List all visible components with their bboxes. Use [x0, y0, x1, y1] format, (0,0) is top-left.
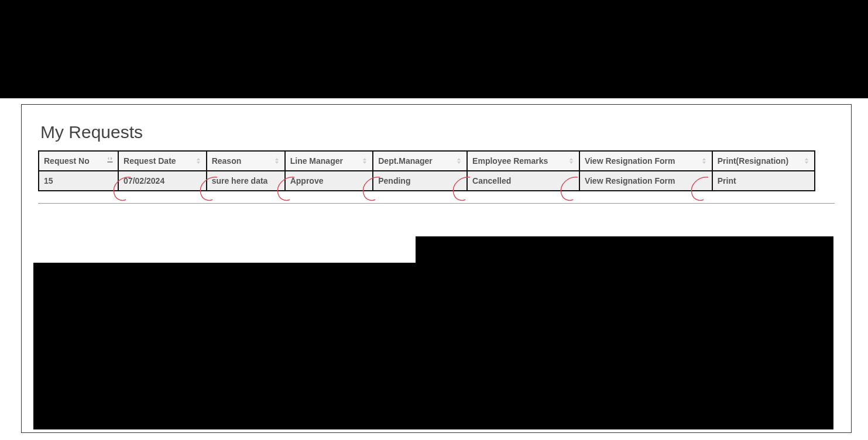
sort-icon[interactable]: [802, 157, 811, 165]
column-header-label: Line Manager: [290, 156, 343, 166]
content-panel: My Requests Request NoRequest DateReason…: [21, 104, 852, 433]
redaction-block-main: [33, 263, 833, 429]
divider: [38, 203, 835, 204]
column-header-line-manager[interactable]: Line Manager: [286, 152, 374, 171]
top-redaction-bar: [0, 0, 868, 98]
requests-table: Request NoRequest DateReasonLine Manager…: [38, 150, 815, 191]
redaction-block-right: [416, 236, 833, 263]
sort-icon[interactable]: [361, 157, 369, 165]
sort-icon[interactable]: [106, 157, 114, 165]
cell-reason: sure here data: [207, 171, 286, 190]
column-header-print-resignation[interactable]: Print(Resignation): [713, 152, 814, 171]
column-header-label: Print(Resignation): [718, 156, 788, 166]
column-header-label: View Resignation Form: [585, 156, 675, 166]
sort-icon[interactable]: [273, 157, 281, 165]
sort-icon[interactable]: [700, 157, 708, 165]
page-title: My Requests: [40, 122, 851, 142]
print-resignation-link[interactable]: Print: [713, 171, 814, 190]
column-header-employee-remarks[interactable]: Employee Remarks: [468, 152, 580, 171]
sort-icon[interactable]: [567, 157, 575, 165]
cell-request-no: 15: [39, 171, 119, 190]
column-header-label: Dept.Manager: [378, 156, 433, 166]
column-header-label: Request Date: [123, 156, 176, 166]
table-row: 1507/02/2024sure here dataApprovePending…: [39, 171, 814, 190]
svg-rect-0: [108, 161, 113, 163]
cell-line-manager: Approve: [286, 171, 374, 190]
cell-request-date: 07/02/2024: [119, 171, 207, 190]
column-header-view-resignation-form[interactable]: View Resignation Form: [580, 152, 713, 171]
view-resignation-form-link[interactable]: View Resignation Form: [580, 171, 713, 190]
column-header-reason[interactable]: Reason: [207, 152, 286, 171]
sort-icon[interactable]: [194, 157, 203, 165]
column-header-dept-manager[interactable]: Dept.Manager: [373, 152, 468, 171]
cell-dept-manager: Pending: [373, 171, 468, 190]
table-header-row: Request NoRequest DateReasonLine Manager…: [39, 152, 814, 171]
column-header-request-date[interactable]: Request Date: [119, 152, 207, 171]
column-header-request-no[interactable]: Request No: [39, 152, 119, 171]
cell-employee-remarks: Cancelled: [468, 171, 580, 190]
column-header-label: Employee Remarks: [472, 156, 548, 166]
sort-icon[interactable]: [455, 157, 463, 165]
column-header-label: Reason: [212, 156, 242, 166]
column-header-label: Request No: [44, 156, 90, 166]
